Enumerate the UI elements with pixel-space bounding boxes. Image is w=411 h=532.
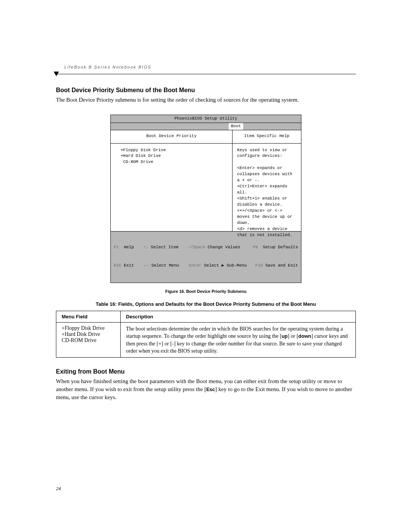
bios-title: PhoenixBIOS Setup Utility bbox=[111, 115, 301, 123]
bios-label-change-values: Change Values bbox=[208, 245, 241, 249]
bios-right-pane-header: Item Specific Help bbox=[233, 130, 301, 143]
bios-key-enter: Enter bbox=[189, 263, 201, 268]
fields-table: Menu Field Description +Floppy Disk Driv… bbox=[56, 311, 356, 358]
bios-screenshot: PhoenixBIOS Setup Utility Boot Boot Devi… bbox=[110, 115, 301, 283]
intro-paragraph: The Boot Device Priority submenu is for … bbox=[56, 96, 356, 104]
running-header: LifeBook B Series Notebook BIOS bbox=[56, 65, 356, 69]
table-cell-description: The boot selections determine the order … bbox=[121, 323, 356, 358]
bios-menu-boot: Boot bbox=[229, 123, 243, 130]
table-row: +Floppy Disk Drive +Hard Disk Drive CD-R… bbox=[56, 323, 356, 358]
bios-label-select-item: Select Item bbox=[151, 245, 178, 249]
bios-key-esc: ESC bbox=[114, 263, 121, 268]
figure-caption: Figure 16. Boot Device Priority Submenu bbox=[56, 289, 356, 294]
exiting-paragraph: When you have finished setting the boot … bbox=[56, 377, 356, 401]
bios-label-setup-defaults: Setup Defaults bbox=[263, 245, 298, 249]
bios-label-select-submenu: Select ▶ Sub-Menu bbox=[204, 263, 247, 268]
bios-label-help: Help bbox=[124, 245, 134, 249]
bios-key-f1: F1 bbox=[114, 245, 119, 249]
bios-key-space: -/Space bbox=[188, 245, 205, 249]
bios-key-leftright: ←→ bbox=[144, 263, 149, 268]
section-heading-exiting: Exiting from Boot Menu bbox=[56, 368, 356, 375]
table-title: Table 16: Fields, Options and Defaults f… bbox=[56, 301, 356, 307]
bios-key-f10: F10 bbox=[255, 263, 263, 268]
bios-label-exit: Exit bbox=[124, 263, 134, 268]
bios-left-pane-header: Boot Device Priority bbox=[111, 130, 233, 143]
bios-menubar: Boot bbox=[111, 123, 301, 130]
table-head-menu-field: Menu Field bbox=[56, 311, 121, 323]
bios-label-save-exit: Save and Exit bbox=[265, 263, 298, 268]
bios-device-list: +Floppy Disk Drive +Hard Disk Drive CD-R… bbox=[111, 144, 233, 231]
bios-help-text: Keys used to view or configure devices: … bbox=[233, 144, 301, 231]
bios-footer: F1 Help ↑↓ Select Item -/Space Change Va… bbox=[111, 231, 301, 283]
header-marker-icon bbox=[54, 72, 59, 76]
bios-label-select-menu: Select Menu bbox=[151, 263, 179, 268]
header-rule bbox=[56, 72, 356, 77]
page-number: 24 bbox=[56, 486, 61, 492]
bios-key-f9: F9 bbox=[253, 245, 258, 249]
table-head-description: Description bbox=[121, 311, 356, 323]
section-heading-boot-device-priority: Boot Device Priority Submenu of the Boot… bbox=[56, 87, 356, 94]
bios-key-updown: ↑↓ bbox=[143, 245, 148, 249]
table-cell-menu-field: +Floppy Disk Drive +Hard Disk Drive CD-R… bbox=[56, 323, 121, 358]
